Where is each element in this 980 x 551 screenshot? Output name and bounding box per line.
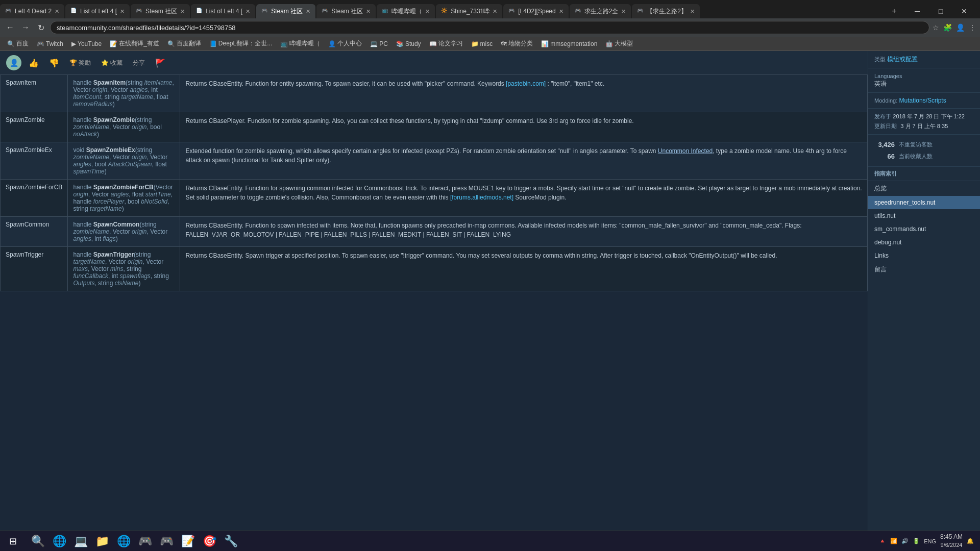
index-heading: 指南索引 [868, 167, 980, 181]
tab-favicon: 🎮 [5, 8, 12, 15]
sys-up-icon[interactable]: 🔺 [879, 538, 886, 544]
back-button[interactable]: ← [4, 21, 16, 34]
award-button[interactable]: 🏆 奖励 [66, 56, 94, 70]
browser-tab-8[interactable]: 🔆Shine_7331哔✕ [436, 4, 502, 18]
bookmark-item-4[interactable]: 🔍百度翻译 [164, 38, 204, 49]
tab-close-icon[interactable]: ✕ [246, 8, 250, 15]
profile-icon[interactable]: 👤 [956, 23, 965, 32]
bookmark-item-11[interactable]: 📁misc [468, 39, 496, 48]
browser-tab-3[interactable]: 🎮Steam 社区✕ [131, 4, 190, 18]
bookmark-item-3[interactable]: 📝在线翻译_有道 [107, 38, 162, 49]
notification-icon[interactable]: 🔔 [967, 538, 974, 544]
minimize-button[interactable]: ─ [905, 4, 929, 18]
sidebar-nav-item-1[interactable]: utils.nut [868, 209, 980, 222]
taskbar-chrome[interactable]: 🌐 [113, 532, 134, 550]
bookmark-item-14[interactable]: 🤖大模型 [602, 38, 636, 49]
browser-tab-7[interactable]: 📺哔哩哔哩（✕ [377, 4, 435, 18]
bookmark-item-13[interactable]: 📊mmsegmentation [538, 39, 600, 48]
close-button[interactable]: ✕ [952, 4, 976, 18]
forward-button[interactable]: → [19, 21, 32, 34]
browser-tab-2[interactable]: 📄List of Left 4 [✕ [65, 4, 130, 18]
tab-label: [L4D2][Speed [518, 8, 555, 15]
browser-tab-1[interactable]: 🎮Left 4 Dead 2✕ [0, 4, 64, 18]
browser-tab-9[interactable]: 🎮[L4D2][Speed✕ [503, 4, 568, 18]
bookmark-star-icon[interactable]: ☆ [933, 23, 939, 32]
taskbar-files[interactable]: 📁 [92, 532, 112, 550]
bookmark-item-6[interactable]: 📺哔哩哔哩（ [277, 38, 323, 49]
bookmark-item-5[interactable]: 📘DeepL翻译：全世... [206, 38, 275, 49]
sidebar-nav-item-0[interactable]: speedrunner_tools.nut [868, 196, 980, 209]
tab-close-icon[interactable]: ✕ [55, 8, 59, 15]
tab-label: Steam 社区 [271, 7, 303, 16]
bookmark-label: 个人中心 [337, 39, 362, 48]
unique-visitors-label: 不重复访客数 [899, 141, 933, 148]
browser-tab-4[interactable]: 📄List of Left 4 [✕ [191, 4, 255, 18]
taskbar-edge[interactable]: 🌐 [49, 532, 69, 550]
extension-icon[interactable]: 🧩 [943, 23, 952, 32]
taskbar-game2[interactable]: 🎮 [156, 532, 177, 550]
favorite-star-icon: ⭐ [101, 59, 109, 66]
bookmark-icon: 📘 [209, 40, 217, 47]
sidebar-comments[interactable]: 留言 [868, 262, 980, 277]
favorite-button[interactable]: ⭐ 收藏 [98, 56, 126, 70]
refresh-button[interactable]: ↻ [35, 21, 47, 34]
tab-close-icon[interactable]: ✕ [493, 8, 497, 15]
alliedmods-link[interactable]: [forums.alliedmods.net] [450, 194, 513, 201]
api-name-cell: SpawnZombieEx [1, 142, 68, 180]
bookmark-item-10[interactable]: 📖论文学习 [426, 38, 466, 49]
sidebar-overview[interactable]: 总览 [868, 181, 980, 196]
sidebar-nav-item-3[interactable]: debug.nut [868, 236, 980, 249]
tab-label: 【求生之路2】 [647, 7, 687, 16]
bookmark-item-2[interactable]: ▶YouTube [68, 39, 105, 48]
taskbar-clock: 8:45 AM 9/6/2024 [940, 533, 963, 549]
taskbar-sys: 🔺 📶 🔊 🔋 ENG 8:45 AM 9/6/2024 🔔 [873, 533, 980, 549]
taskbar-app2[interactable]: 🔧 [220, 532, 241, 550]
languages-label: Languages [874, 73, 902, 79]
bookmark-item-0[interactable]: 🔍百度 [4, 38, 32, 49]
sidebar-links[interactable]: Links [868, 249, 980, 262]
type-value: 模组或配置 [887, 56, 918, 63]
tab-close-icon[interactable]: ✕ [621, 8, 626, 15]
report-button[interactable]: 🚩 [152, 56, 168, 70]
share-button[interactable]: 分享 [130, 56, 148, 70]
tab-close-icon[interactable]: ✕ [120, 8, 125, 15]
taskbar-app1[interactable]: 🎯 [199, 532, 219, 550]
tab-close-icon[interactable]: ✕ [180, 8, 185, 15]
tab-close-icon[interactable]: ✕ [366, 8, 371, 15]
bookmark-item-8[interactable]: 💻PC [367, 39, 391, 48]
browser-tab-10[interactable]: 🎮求生之路2全✕ [570, 4, 631, 18]
bookmark-item-12[interactable]: 🗺地物分类 [498, 38, 536, 49]
tab-close-icon[interactable]: ✕ [690, 8, 695, 15]
taskbar-word[interactable]: 📝 [178, 532, 198, 550]
tab-close-icon[interactable]: ✕ [306, 8, 310, 15]
user-avatar: 👤 [6, 55, 21, 70]
pastebin-link[interactable]: [pastebin.com] [506, 80, 546, 87]
sidebar-nav-item-2[interactable]: sm_commands.nut [868, 222, 980, 236]
tab-favicon: 📺 [382, 8, 389, 15]
modding-value[interactable]: Mutations/Scripts [899, 97, 946, 104]
browser-tab-6[interactable]: 🎮Steam 社区✕ [316, 4, 376, 18]
api-desc-cell: Returns CBaseEntity. Function to spawn i… [180, 217, 868, 247]
sys-sound-icon[interactable]: 🔊 [901, 538, 909, 544]
like-button[interactable]: 👍 [26, 56, 42, 70]
main-content: 👤 👍 👎 🏆 奖励 ⭐ 收藏 分享 🚩 SpawnItem handle Sp… [0, 51, 868, 551]
taskbar-search[interactable]: 🔍 [28, 532, 48, 550]
menu-icon[interactable]: ⋮ [969, 23, 976, 32]
tab-label: Steam 社区 [331, 7, 363, 16]
bookmark-item-7[interactable]: 👤个人中心 [325, 38, 365, 49]
current-favorites-count: 66 [874, 153, 895, 160]
start-button[interactable]: ⊞ [0, 536, 26, 547]
bookmark-item-9[interactable]: 📚Study [393, 39, 424, 48]
taskbar-explorer[interactable]: 💻 [70, 532, 91, 550]
new-tab-button[interactable]: + [887, 4, 901, 18]
bookmark-icon: 📝 [110, 40, 117, 47]
maximize-button[interactable]: □ [929, 4, 952, 18]
bookmark-item-1[interactable]: 🎮Twitch [34, 39, 66, 48]
tab-close-icon[interactable]: ✕ [559, 8, 564, 15]
browser-tab-11[interactable]: 🎮【求生之路2】✕ [632, 4, 700, 18]
taskbar-game1[interactable]: 🎮 [135, 532, 155, 550]
tab-close-icon[interactable]: ✕ [425, 8, 430, 15]
browser-tab-5[interactable]: 🎮Steam 社区✕ [256, 4, 315, 18]
address-input[interactable] [50, 21, 929, 34]
dislike-button[interactable]: 👎 [46, 56, 62, 70]
